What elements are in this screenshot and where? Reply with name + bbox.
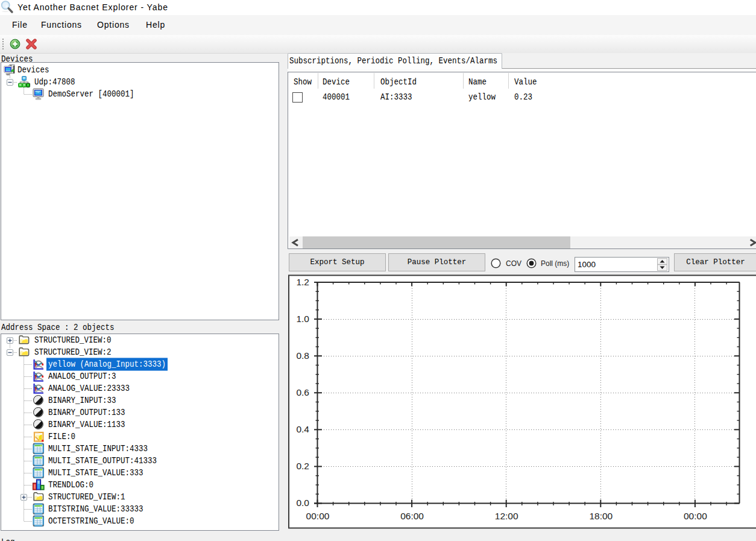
svg-text:0.6: 0.6 bbox=[296, 387, 309, 397]
svg-text:0.2: 0.2 bbox=[296, 461, 309, 471]
svg-text:18:00: 18:00 bbox=[589, 511, 613, 521]
svg-text:00:00: 00:00 bbox=[306, 511, 330, 521]
svg-text:1.2: 1.2 bbox=[296, 277, 309, 287]
svg-text:12:00: 12:00 bbox=[495, 511, 518, 521]
svg-text:0.4: 0.4 bbox=[296, 424, 309, 434]
svg-text:00:00: 00:00 bbox=[684, 511, 707, 521]
svg-text:06:00: 06:00 bbox=[400, 511, 424, 521]
svg-text:1.0: 1.0 bbox=[296, 314, 309, 324]
svg-text:0.8: 0.8 bbox=[296, 350, 309, 361]
svg-text:0.0: 0.0 bbox=[296, 498, 309, 508]
